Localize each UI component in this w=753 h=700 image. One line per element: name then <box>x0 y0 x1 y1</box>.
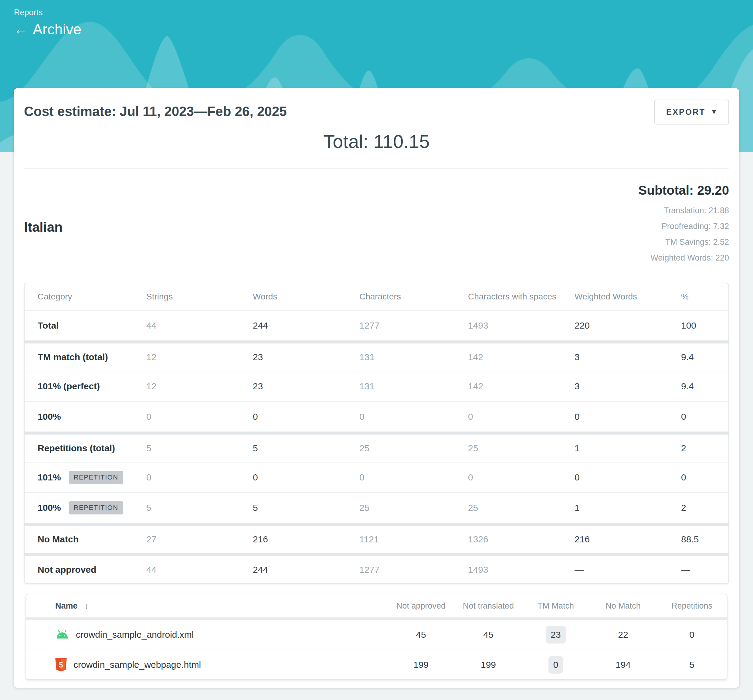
cell-words: 216 <box>240 534 346 545</box>
back-arrow-icon[interactable]: ← <box>14 21 27 38</box>
cell-weighted-words: 3 <box>561 352 668 362</box>
col-tm-match[interactable]: TM Match <box>522 601 589 611</box>
cell-not-translated: 45 <box>455 630 522 640</box>
col-not-approved[interactable]: Not approved <box>387 601 455 611</box>
repetition-badge: REPETITION <box>69 471 123 484</box>
cell-weighted-words: 216 <box>561 534 668 545</box>
cell-tm-match: 23 <box>522 626 589 644</box>
col-characters: Characters <box>346 292 455 302</box>
cell-not-approved: 199 <box>387 659 455 670</box>
category-cell: No Match <box>25 534 133 545</box>
cell-characters-with-spaces: 0 <box>455 411 561 422</box>
cell-weighted-words: 220 <box>561 320 668 331</box>
cell-weighted-words: 1 <box>561 443 668 453</box>
col-name-sortable[interactable]: Name ↓ <box>26 601 387 611</box>
category-table-row: 100% REPETITION 5 5 25 25 1 2 <box>25 492 728 523</box>
cell-percent: 0 <box>668 472 728 483</box>
tm-match-badge: 0 <box>549 656 563 673</box>
cell-percent: 9.4 <box>668 352 728 362</box>
cell-strings: 12 <box>133 381 240 391</box>
html5-icon: 5 <box>55 658 67 672</box>
cell-strings: 44 <box>133 320 240 331</box>
cell-characters: 1277 <box>346 320 455 331</box>
cell-characters: 0 <box>346 411 455 422</box>
category-label: 100% <box>37 411 61 422</box>
cell-no-match: 22 <box>589 630 657 640</box>
category-table-row: 101% REPETITION 0 0 0 0 0 0 <box>25 462 728 492</box>
repetition-badge: REPETITION <box>69 501 123 514</box>
col-words: Words <box>240 292 346 302</box>
category-label: No Match <box>37 534 79 545</box>
category-table-row: 100% 0 0 0 0 0 0 <box>25 401 728 431</box>
sort-descending-icon: ↓ <box>84 601 89 611</box>
category-label: 101% (perfect) <box>37 381 100 391</box>
cell-words: 23 <box>240 352 346 362</box>
cell-words: 23 <box>240 381 346 391</box>
svg-text:5: 5 <box>59 661 63 669</box>
cell-characters: 25 <box>346 443 455 453</box>
export-button[interactable]: EXPORT ▾ <box>654 100 729 125</box>
col-not-translated[interactable]: Not translated <box>455 601 522 611</box>
category-table-row: Repetitions (total) 5 5 25 25 1 2 <box>25 431 728 462</box>
cell-strings: 0 <box>133 411 240 422</box>
cell-characters-with-spaces: 0 <box>455 472 561 483</box>
cell-repetitions: 0 <box>657 630 727 640</box>
cell-repetitions: 5 <box>657 659 727 670</box>
cell-strings: 12 <box>133 352 240 362</box>
cell-strings: 0 <box>133 472 240 483</box>
subtotal-weighted-words: Weighted Words: 220 <box>638 250 729 266</box>
cell-characters: 1121 <box>346 534 455 545</box>
cell-weighted-words: 1 <box>561 503 668 513</box>
file-row: 5 crowdin_sample_webpage.html 199 199 0 … <box>26 650 727 679</box>
subtotal-proofreading: Proofreading: 7.32 <box>638 218 729 234</box>
cell-not-approved: 45 <box>387 630 455 640</box>
cell-tm-match: 0 <box>522 656 589 673</box>
cost-estimate-card: Cost estimate: Jul 11, 2023—Feb 26, 2025… <box>14 88 739 688</box>
cell-characters-with-spaces: 25 <box>455 443 561 453</box>
col-repetitions[interactable]: Repetitions <box>657 601 727 611</box>
subtotal-block: Subtotal: 29.20 Translation: 21.88 Proof… <box>638 183 729 266</box>
cell-words: 5 <box>240 443 346 453</box>
reports-archive-page: Reports ← Archive Cost estimate: Jul 11,… <box>0 0 753 700</box>
cell-characters: 131 <box>346 381 455 391</box>
file-name-cell: crowdin_sample_android.xml <box>26 630 387 640</box>
col-no-match[interactable]: No Match <box>589 601 657 611</box>
file-row: crowdin_sample_android.xml 45 45 23 22 0 <box>26 620 727 650</box>
breadcrumb-reports[interactable]: Reports <box>14 7 753 18</box>
col-name-label: Name <box>55 601 78 611</box>
cell-percent: 100 <box>668 320 728 331</box>
category-table-row: 101% (perfect) 12 23 131 142 3 9.4 <box>25 371 728 401</box>
cell-words: 244 <box>240 564 346 575</box>
category-cell: 101% REPETITION <box>25 471 133 484</box>
cell-percent: 2 <box>668 503 728 513</box>
hero-content: Reports ← Archive <box>0 0 753 38</box>
language-subtotal: Subtotal: 29.20 <box>638 183 729 198</box>
card-header: Cost estimate: Jul 11, 2023—Feb 26, 2025… <box>24 100 729 127</box>
android-icon <box>55 630 69 639</box>
files-table: Name ↓ Not approved Not translated TM Ma… <box>25 594 728 680</box>
cell-strings: 27 <box>133 534 240 545</box>
subtotal-tm-savings: TM Savings: 2.52 <box>638 234 729 250</box>
cell-characters-with-spaces: 25 <box>455 503 561 513</box>
cell-characters-with-spaces: 142 <box>455 352 561 362</box>
category-table-header: Category Strings Words Characters Charac… <box>25 283 728 310</box>
cell-characters: 131 <box>346 352 455 362</box>
language-section: Italian Subtotal: 29.20 Translation: 21.… <box>24 169 729 283</box>
category-label: 101% <box>37 472 61 483</box>
files-table-header: Name ↓ Not approved Not translated TM Ma… <box>26 594 727 620</box>
category-label: Not approved <box>37 564 96 575</box>
category-label: Repetitions (total) <box>37 443 115 453</box>
report-total: Total: 110.15 <box>24 131 729 152</box>
cell-percent: — <box>668 564 728 575</box>
cell-strings: 44 <box>133 564 240 575</box>
category-cell: Repetitions (total) <box>25 443 133 453</box>
cell-percent: 2 <box>668 443 728 453</box>
cell-weighted-words: 0 <box>561 411 668 422</box>
cell-characters-with-spaces: 142 <box>455 381 561 391</box>
cell-characters-with-spaces: 1326 <box>455 534 561 545</box>
cell-characters: 25 <box>346 503 455 513</box>
subtotal-translation: Translation: 21.88 <box>638 203 729 218</box>
cell-percent: 9.4 <box>668 381 728 391</box>
export-button-label: EXPORT <box>666 108 705 117</box>
file-name: crowdin_sample_android.xml <box>76 630 194 640</box>
